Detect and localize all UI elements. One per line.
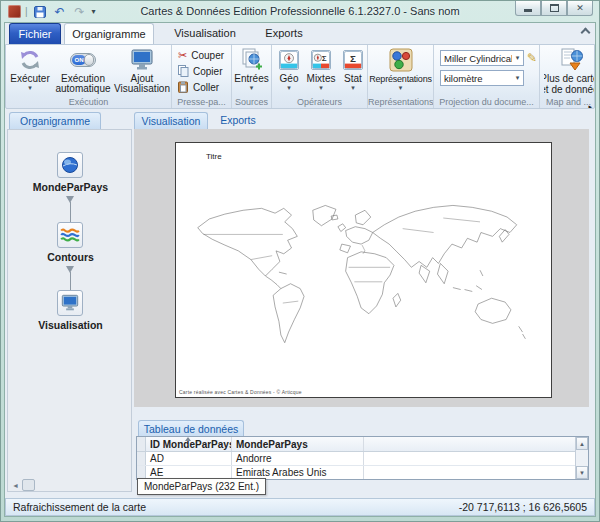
- row-selector-header[interactable]: [137, 437, 146, 451]
- refresh-icon: [18, 47, 42, 73]
- representations-icon: [389, 47, 413, 73]
- geo-dropdown-icon: ▾: [287, 85, 291, 91]
- window-controls: ✕: [515, 1, 593, 16]
- mixtes-label: Mixtes: [307, 74, 336, 84]
- executer-label: Exécuter: [10, 74, 49, 84]
- close-icon: ✕: [576, 4, 584, 13]
- inputs-icon: [241, 47, 263, 73]
- stat-label: Stat: [344, 74, 362, 84]
- representations-dropdown-icon: ▾: [399, 85, 403, 91]
- ribbon: Exécuter ▾ ON Exécution automatique Ajou…: [5, 44, 595, 109]
- visualisation-area: Titre: [134, 129, 589, 407]
- cell-name[interactable]: Andorre: [232, 452, 364, 465]
- mixtes-button[interactable]: Σ Mixtes ▾: [304, 45, 338, 91]
- map-title: Titre: [206, 152, 222, 161]
- scroll-left-icon[interactable]: ◄: [12, 482, 19, 489]
- ajout-visualisation-label: Ajout Visualisation: [112, 74, 172, 94]
- maximize-button[interactable]: [541, 1, 567, 16]
- representations-button[interactable]: Représentations ▾: [368, 45, 434, 91]
- flow-connector: [70, 202, 71, 222]
- stat-button[interactable]: Σ Stat ▾: [338, 45, 368, 91]
- svg-text:Σ: Σ: [322, 54, 327, 63]
- collapse-ribbon-icon[interactable]: [581, 28, 591, 38]
- mixtes-dropdown-icon: ▾: [319, 85, 323, 91]
- status-bar: Rafraichissement de la carte -20 717,611…: [5, 498, 595, 516]
- close-button[interactable]: ✕: [567, 1, 593, 16]
- group-operateurs-label: Opérateurs: [272, 97, 367, 107]
- exports-panel-tab[interactable]: Exports: [213, 112, 263, 129]
- flow-connector: [70, 272, 71, 290]
- organigramme-panel: MondeParPays Contours Visualisation ◄: [7, 129, 132, 492]
- column-header-name[interactable]: MondeParPays: [232, 437, 364, 451]
- entrees-label: Entrées: [234, 74, 268, 84]
- projection-select[interactable]: Miller Cylindrical ▾: [440, 50, 524, 66]
- mixtes-compass-sigma-icon: Σ: [311, 47, 331, 73]
- minimize-button[interactable]: [515, 1, 541, 16]
- group-map-and-label: Map and ...: [540, 97, 594, 107]
- entrees-dropdown-icon: ▾: [250, 85, 254, 91]
- geo-label: Géo: [280, 74, 299, 84]
- title-bar[interactable]: | ↶ ↷ ▾ Cartes & Données Edition Profess…: [1, 1, 599, 23]
- organigramme-panel-tab[interactable]: Organigramme: [9, 112, 101, 129]
- coller-button[interactable]: Coller: [178, 80, 231, 94]
- group-clipboard-label: Presse-pa...: [172, 97, 231, 107]
- toggle-on-icon: ON: [70, 47, 96, 73]
- tab-organigramme[interactable]: Organigramme: [64, 23, 154, 44]
- row-selector[interactable]: [137, 452, 146, 465]
- group-sources-label: Sources: [232, 97, 271, 107]
- executer-button[interactable]: Exécuter ▾: [6, 45, 54, 91]
- tab-visualisation[interactable]: Visualisation: [163, 23, 247, 44]
- map-credit: Carte réalisée avec Cartes & Données - ©…: [179, 389, 302, 395]
- projection-caret-icon: ▾: [512, 54, 523, 62]
- plus-de-cartes-button[interactable]: Plus de cartes et de données: [544, 45, 594, 95]
- organigramme-scrollbar[interactable]: ◄: [12, 479, 35, 491]
- ajout-visualisation-button[interactable]: Ajout Visualisation: [112, 45, 172, 94]
- group-execution: Exécuter ▾ ON Exécution automatique Ajou…: [6, 45, 172, 108]
- app-window: | ↶ ↷ ▾ Cartes & Données Edition Profess…: [0, 0, 600, 522]
- execution-automatique-button[interactable]: ON Exécution automatique: [54, 45, 112, 94]
- entrees-button[interactable]: Entrées ▾: [232, 45, 272, 91]
- geo-compass-icon: [279, 47, 299, 73]
- group-sources: Entrées ▾ Sources: [232, 45, 272, 108]
- monitor-icon: [129, 47, 155, 73]
- node-mondeparpays-label: MondeParPays: [8, 181, 133, 193]
- scroll-thumb[interactable]: [22, 479, 35, 491]
- world-map: [190, 189, 538, 363]
- group-representations: Représentations ▾ Représentations: [368, 45, 434, 108]
- scroll-up-icon[interactable]: ▲: [576, 437, 588, 450]
- executer-dropdown-icon: ▾: [28, 85, 32, 91]
- ribbon-overflow-icon: ▸: [588, 103, 592, 108]
- group-map-and: Plus de cartes et de données Map and ...…: [540, 45, 594, 108]
- more-maps-icon: [560, 47, 584, 73]
- unit-select[interactable]: kilomètre ▾: [440, 70, 524, 86]
- node-mondeparpays[interactable]: [57, 152, 83, 178]
- minimize-icon: [524, 9, 532, 12]
- node-contours[interactable]: [57, 222, 83, 248]
- monitor-icon: [60, 293, 80, 313]
- node-contours-label: Contours: [8, 251, 133, 263]
- cell-id[interactable]: AD: [146, 452, 232, 465]
- scroll-down-icon[interactable]: ▼: [576, 466, 588, 479]
- copier-button[interactable]: Copier: [178, 64, 231, 78]
- table-row[interactable]: AD Andorre: [137, 452, 588, 466]
- tableau-panel-tab[interactable]: Tableau de données: [138, 420, 244, 437]
- tooltip: MondeParPays (232 Ent.): [137, 478, 266, 495]
- couper-button[interactable]: ✂ Couper: [178, 48, 231, 62]
- ribbon-tab-row: Fichier Organigramme Visualisation Expor…: [5, 23, 595, 44]
- tab-fichier[interactable]: Fichier: [9, 23, 61, 44]
- tab-exports[interactable]: Exports: [257, 23, 311, 44]
- visualisation-panel-tab[interactable]: Visualisation: [134, 112, 208, 129]
- edit-projection-pencil-icon[interactable]: ✎: [527, 52, 537, 64]
- window-title: Cartes & Données Edition Professionnelle…: [1, 5, 599, 17]
- geo-button[interactable]: Géo ▾: [274, 45, 304, 91]
- svg-text:Σ: Σ: [350, 53, 356, 64]
- map-canvas[interactable]: Titre: [175, 142, 552, 398]
- representations-label: Représentations: [369, 74, 432, 84]
- node-visualisation[interactable]: [57, 290, 83, 316]
- unit-value: kilomètre: [441, 73, 512, 84]
- coller-label: Coller: [193, 82, 219, 93]
- unit-caret-icon: ▾: [512, 74, 523, 82]
- table-scrollbar[interactable]: ▲ ▼: [575, 437, 588, 479]
- group-clipboard: ✂ Couper Copier Coller Presse-pa...: [172, 45, 232, 108]
- copy-icon: [178, 65, 189, 77]
